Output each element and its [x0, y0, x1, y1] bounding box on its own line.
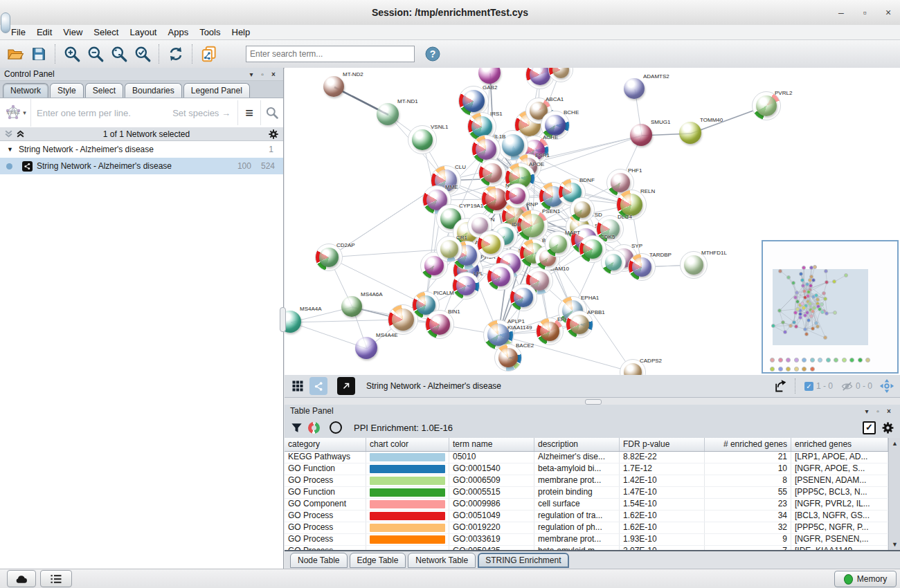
- table-row[interactable]: GO ProcessGO:0033619membrane prot...1.93…: [285, 534, 888, 546]
- species-hint-label[interactable]: Set species →: [172, 108, 231, 118]
- network-row-selected[interactable]: String Network - Alzheimer's disease 100…: [0, 158, 283, 174]
- memory-button[interactable]: Memory: [834, 571, 897, 587]
- minimize-button[interactable]: –: [829, 0, 853, 25]
- network-node[interactable]: [285, 311, 303, 334]
- table-row[interactable]: GO ProcessGO:0051049regulation of tra...…: [285, 511, 888, 522]
- panel-menu-icon[interactable]: ▾: [246, 71, 257, 78]
- maximize-button[interactable]: ▫: [853, 0, 876, 25]
- panel-float-icon[interactable]: ▫: [257, 71, 268, 78]
- cloud-button[interactable]: [7, 570, 36, 587]
- string-protein-query-button[interactable]: STRING ▾: [0, 99, 31, 127]
- gear-icon[interactable]: [268, 129, 279, 140]
- save-session-button[interactable]: [28, 43, 50, 65]
- panel-float-icon[interactable]: ▫: [872, 407, 883, 415]
- table-row[interactable]: GO ProcessGO:0019220regulation of ph...1…: [285, 522, 888, 534]
- gear-icon[interactable]: [881, 421, 894, 434]
- refresh-network-button[interactable]: [165, 43, 187, 65]
- scrollbar-thumb[interactable]: [1, 12, 10, 33]
- column-header-term-name[interactable]: term name: [449, 438, 534, 451]
- column-header-chart-color[interactable]: chart color: [366, 438, 449, 451]
- network-node[interactable]: [679, 122, 703, 145]
- grid-view-button[interactable]: [289, 377, 307, 395]
- search-input[interactable]: [246, 46, 415, 62]
- column-header-description[interactable]: description: [534, 438, 620, 451]
- network-node[interactable]: [601, 250, 626, 275]
- table-row[interactable]: GO ComponentGO:0009986cell surface1.54E-…: [285, 499, 888, 511]
- network-node[interactable]: [570, 197, 595, 222]
- network-node[interactable]: [624, 78, 646, 100]
- column-header-category[interactable]: category: [285, 438, 366, 451]
- network-node[interactable]: [477, 230, 505, 258]
- tree-expander-icon[interactable]: ▼: [7, 146, 13, 153]
- string-search-button[interactable]: [260, 100, 283, 125]
- table-row[interactable]: GO ProcessGO:0006509membrane prot...1.42…: [285, 475, 888, 487]
- tab-boundaries[interactable]: Boundaries: [125, 83, 182, 98]
- network-node[interactable]: [341, 296, 363, 318]
- tab-string-enrichment[interactable]: STRING Enrichment: [478, 553, 568, 568]
- network-node[interactable]: [630, 124, 654, 147]
- network-node[interactable]: [478, 159, 506, 187]
- close-button[interactable]: ×: [876, 0, 900, 25]
- tab-edge-table[interactable]: Edge Table: [350, 553, 406, 568]
- zoom-selected-button[interactable]: [132, 43, 154, 65]
- scroll-up-icon[interactable]: ▲: [889, 438, 900, 449]
- ring-chart-icon[interactable]: [330, 421, 342, 434]
- network-node[interactable]: [478, 68, 502, 85]
- network-node[interactable]: [510, 284, 537, 311]
- column-header-enriched-genes[interactable]: enriched genes: [791, 438, 888, 451]
- panel-close-icon[interactable]: ×: [268, 71, 279, 78]
- network-node[interactable]: [487, 263, 514, 291]
- menu-item-help[interactable]: Help: [226, 27, 256, 37]
- tab-select[interactable]: Select: [85, 83, 123, 98]
- menu-item-view[interactable]: View: [57, 27, 88, 37]
- export-network-button[interactable]: [771, 377, 789, 395]
- splitter-grip[interactable]: [585, 399, 602, 405]
- tab-network[interactable]: Network: [3, 83, 48, 98]
- menu-item-tools[interactable]: Tools: [194, 27, 226, 37]
- panel-menu-icon[interactable]: ▾: [861, 407, 872, 415]
- column-header--enriched-genes[interactable]: # enriched genes: [705, 438, 791, 451]
- task-history-button[interactable]: [40, 570, 72, 587]
- scroll-down-icon[interactable]: ▼: [889, 539, 900, 550]
- tab-node-table[interactable]: Node Table: [290, 553, 348, 568]
- string-options-button[interactable]: ≡: [237, 100, 260, 125]
- table-row[interactable]: KEGG Pathways05010Alzheimer's dise...8.8…: [285, 452, 888, 463]
- filter-icon[interactable]: [290, 421, 303, 434]
- tab-network-table[interactable]: Network Table: [408, 553, 476, 568]
- table-row[interactable]: GO FunctionGO:0005515protein binding1.47…: [285, 487, 888, 499]
- network-node[interactable]: [377, 103, 400, 127]
- network-canvas[interactable]: MT-ND2MT-ND1VSNL1GAB2IRS1CHATABCA1BCHEAC…: [285, 68, 900, 376]
- minimap-node: [798, 315, 802, 320]
- vertical-scrollbar[interactable]: ▲ ▼: [888, 438, 900, 550]
- select-terms-checkbox[interactable]: ✓: [863, 421, 876, 434]
- expand-all-icon[interactable]: [16, 129, 25, 138]
- detach-view-button[interactable]: [337, 377, 355, 395]
- network-node[interactable]: [505, 183, 530, 208]
- panel-close-icon[interactable]: ×: [883, 407, 894, 415]
- help-button[interactable]: ?: [422, 43, 444, 65]
- string-query-placeholder[interactable]: Enter one term per line.: [37, 108, 172, 118]
- menu-item-select[interactable]: Select: [88, 27, 124, 37]
- string-view-button[interactable]: [309, 377, 327, 395]
- column-header-FDR-p-value[interactable]: FDR p-value: [620, 438, 705, 451]
- menu-item-edit[interactable]: Edit: [31, 27, 57, 37]
- chart-icon[interactable]: [308, 422, 320, 434]
- table-row[interactable]: GO FunctionGO:0001540beta-amyloid bi...1…: [285, 463, 888, 475]
- network-collection-row[interactable]: ▼ String Network - Alzheimer's disease 1: [0, 141, 283, 158]
- birds-eye-view[interactable]: [762, 240, 899, 374]
- collapse-all-icon[interactable]: [4, 129, 13, 138]
- zoom-in-button[interactable]: [61, 43, 83, 65]
- tab-style[interactable]: Style: [50, 83, 84, 98]
- clone-network-button[interactable]: [198, 43, 220, 65]
- network-node[interactable]: [355, 337, 379, 360]
- zoom-fit-button[interactable]: [108, 43, 130, 65]
- zoom-out-button[interactable]: [84, 43, 107, 65]
- open-session-button[interactable]: [4, 43, 26, 65]
- node-label: ABCA1: [546, 96, 564, 102]
- navigate-button[interactable]: [878, 377, 896, 395]
- menu-item-layout[interactable]: Layout: [124, 27, 162, 37]
- network-node[interactable]: [323, 76, 345, 98]
- menu-item-apps[interactable]: Apps: [163, 27, 195, 37]
- tab-legend-panel[interactable]: Legend Panel: [183, 83, 250, 98]
- panel-divider-grip[interactable]: [280, 307, 286, 332]
